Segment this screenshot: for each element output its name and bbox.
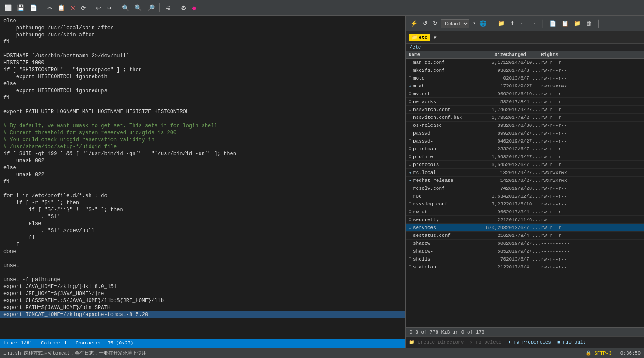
file-row[interactable]: □ services 670,293 2013/6/7 ... rw-r--r-… — [406, 224, 644, 232]
code-line: export JRE_HOME=${JAVA_HOME}/jre — [0, 290, 405, 297]
close-btn[interactable]: ✕ — [69, 3, 77, 12]
file-rights: rw-r--r-- — [541, 91, 598, 97]
file-row[interactable]: □ protocols 6,545 2013/6/7 ... rw-r--r-- — [406, 161, 644, 169]
col-header-rights[interactable]: Rights — [541, 52, 598, 57]
quit-btn[interactable]: ■ F10 Quit — [557, 340, 586, 345]
fm-btn3[interactable]: ↻ — [431, 19, 439, 28]
file-row[interactable]: □ shells 76 2013/6/7 ... rw-r--r-- — [406, 255, 644, 263]
file-row[interactable]: □ sestatus.conf 216 2017/8/4 ... rw-r--r… — [406, 232, 644, 240]
sep3 — [117, 3, 117, 12]
file-name-cell: □ profile — [409, 154, 480, 160]
create-dir-btn[interactable]: 📁 Create Directory — [409, 339, 464, 345]
file-row[interactable]: □ resolv.conf 74 2019/9/28... rw-r--r-- — [406, 184, 644, 192]
fm-copy-btn[interactable]: 📄 — [548, 19, 558, 28]
code-line: fi — [0, 38, 405, 45]
file-row[interactable]: □ nsswitch.conf 1,746 2019/9/27... rw-r-… — [406, 106, 644, 114]
file-name-text: printcap — [413, 146, 436, 152]
fm-up-btn[interactable]: ⬆ — [508, 19, 517, 28]
file-name-text: man_db.conf — [413, 60, 445, 65]
fm-move-btn[interactable]: 📋 — [560, 19, 570, 28]
file-row[interactable]: □ rpc 1,634 2012/12/2... rw-r--r-- — [406, 192, 644, 200]
col-header-name[interactable]: Name — [409, 52, 480, 57]
file-name-cell: □ passwd — [409, 131, 480, 136]
file-row[interactable]: □ printcap 233 2013/6/7 ... rw-r--r-- — [406, 145, 644, 153]
fm-newfolder-btn[interactable]: 📁 — [572, 19, 582, 28]
file-rights: rw-r--r-- — [541, 67, 598, 73]
file-status-text: 0 B of 778 KiB in 0 of 178 — [410, 330, 485, 335]
file-row[interactable]: ⇒ mtab 17 2019/9/27... rwxrwxrwx — [406, 82, 644, 90]
file-size: 966 — [480, 209, 506, 215]
file-row[interactable]: □ profile 1,998 2019/9/27... rw-r--r-- — [406, 153, 644, 161]
file-row[interactable]: □ motd 0 2013/6/7 ... rw-r--r-- — [406, 74, 644, 82]
file-changed: 2013/6/7 ... — [506, 76, 541, 81]
file-row[interactable]: □ my.cnf 960 2019/6/10... rw-r--r-- — [406, 90, 644, 98]
copy-btn[interactable]: 📋 — [56, 3, 67, 12]
diamond-btn[interactable]: ◆ — [190, 3, 198, 12]
undo-btn[interactable]: ↩ — [94, 3, 103, 12]
file-size: 13 — [480, 170, 506, 175]
file-row[interactable]: □ nsswitch.conf.bak 1,735 2017/8/2 ... r… — [406, 114, 644, 122]
code-line: done — [0, 248, 405, 255]
file-size: 0 — [480, 76, 506, 81]
file-type-icon: □ — [409, 115, 411, 120]
search2-btn[interactable]: 🔍 — [133, 3, 144, 12]
file-row[interactable]: □ networks 58 2017/8/4 ... rw-r--r-- — [406, 98, 644, 106]
file-row[interactable]: □ passwd 899 2019/9/27... rw-r--r-- — [406, 129, 644, 137]
file-rights: rw-r--r-- — [541, 146, 598, 152]
refresh-btn[interactable]: ⟳ — [79, 3, 88, 12]
file-list[interactable]: □ man_db.conf 5,171 2014/6/10... rw-r--r… — [406, 59, 644, 327]
code-line: HISTSIZE=1000 — [0, 59, 405, 66]
file-rights: rw-r--r-- — [541, 233, 598, 238]
file-row[interactable]: □ rsyslog.conf 3,232 2017/5/10... rw-r--… — [406, 200, 644, 208]
file-row[interactable]: □ os-release 393 2017/8/30... rw-r--r-- — [406, 122, 644, 129]
properties-btn[interactable]: ⬆ F9 Properties — [508, 339, 551, 345]
print-btn[interactable]: 🖨 — [163, 3, 172, 12]
app-container: ⬜ 💾 📄 ✂ 📋 ✕ ⟳ ↩ ↪ 🔍 🔍 🔎 🖨 ⚙ ◆ else p — [0, 0, 644, 358]
file-row[interactable]: ⇒ redhat-release 14 2019/9/27... rwxrwxr… — [406, 177, 644, 184]
file-name-text: rc.local — [413, 170, 436, 175]
file-type-icon: □ — [409, 76, 411, 80]
view-select[interactable]: Default — [441, 19, 469, 28]
file-row[interactable]: □ securetty 221 2016/11/6... rw------- — [406, 216, 644, 224]
code-line — [0, 45, 405, 52]
fm-folder-btn[interactable]: 📁 — [496, 19, 506, 28]
file-row[interactable]: □ shadow- 585 2019/9/27... ---------- — [406, 247, 644, 255]
file-row[interactable]: □ statetab 212 2017/8/4 ... rw-r--r-- — [406, 263, 644, 271]
col-header-size[interactable]: Size — [480, 52, 506, 57]
fm-btn1[interactable]: ⚡ — [409, 19, 419, 28]
fm-icon-btn[interactable]: 🌐 — [478, 19, 488, 28]
delete-btn[interactable]: ✕ F8 Delete — [470, 339, 502, 345]
path-dropdown-btn[interactable]: ▾ — [432, 33, 438, 42]
file-rights: rwxrwxrwx — [541, 177, 598, 183]
file-name-text: motd — [413, 76, 424, 81]
file-row[interactable]: □ shadow 606 2019/9/27... ---------- — [406, 240, 644, 247]
fm-back-btn[interactable]: ← — [518, 19, 527, 28]
fm-btn2[interactable]: ↺ — [421, 19, 429, 28]
file-name-text: rsyslog.conf — [413, 202, 448, 207]
new-btn[interactable]: ⬜ — [3, 3, 14, 12]
cut-btn[interactable]: ✂ — [45, 3, 54, 12]
file-type-icon: □ — [409, 264, 411, 269]
col-header-changed[interactable]: Changed — [506, 52, 541, 57]
file-size: 960 — [480, 91, 506, 97]
search3-btn[interactable]: 🔎 — [145, 3, 156, 12]
editor-content[interactable]: else pathmunge /usr/local/sbin after pat… — [0, 16, 405, 339]
save-btn[interactable]: 💾 — [15, 3, 26, 12]
file-row[interactable]: □ man_db.conf 5,171 2014/6/10... rw-r--r… — [406, 59, 644, 66]
doc-btn[interactable]: 📄 — [28, 3, 39, 12]
redo-btn[interactable]: ↪ — [105, 3, 114, 12]
file-name-text: passwd- — [413, 139, 433, 144]
file-name-text: shadow — [413, 241, 430, 246]
fm-delete-btn[interactable]: 🗑 — [584, 19, 593, 28]
file-row[interactable]: □ rwtab 966 2017/8/4 ... rw-r--r-- — [406, 208, 644, 216]
fm-forward-btn[interactable]: → — [529, 19, 538, 28]
search1-btn[interactable]: 🔍 — [120, 3, 131, 12]
file-row[interactable]: □ passwd- 846 2019/9/27... rw-r--r-- — [406, 137, 644, 145]
code-line: export HISTCONTROL=ignoredups — [0, 87, 405, 94]
file-name-text: networks — [413, 99, 436, 104]
code-area: else pathmunge /usr/local/sbin after pat… — [0, 16, 405, 320]
editor-scroll[interactable]: else pathmunge /usr/local/sbin after pat… — [0, 16, 405, 339]
file-row[interactable]: ⇒ rc.local 13 2019/9/27... rwxrwxrwx — [406, 169, 644, 177]
settings-btn[interactable]: ⚙ — [179, 3, 188, 12]
file-row[interactable]: □ mke2fs.conf 936 2017/8/3 ... rw-r--r-- — [406, 66, 644, 74]
